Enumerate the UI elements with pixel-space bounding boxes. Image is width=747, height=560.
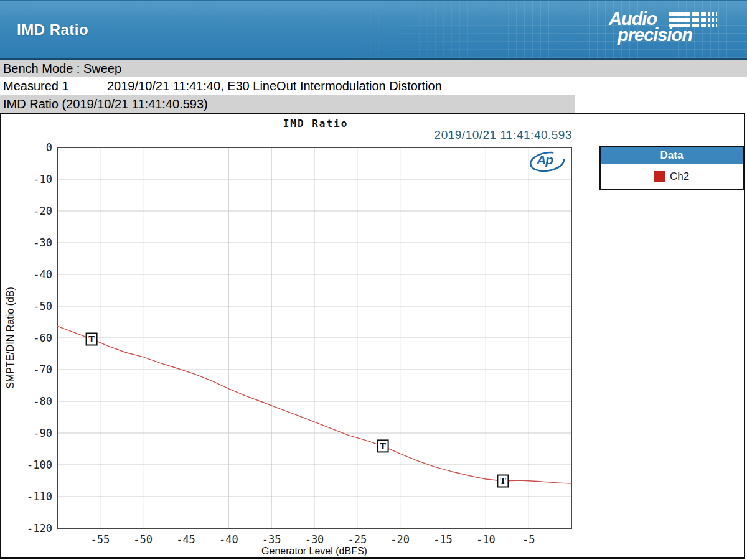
logo-bars-icon [669, 12, 718, 29]
legend-box: Data Ch2 [599, 146, 744, 190]
bench-mode-bar: Bench Mode : Sweep [0, 60, 747, 77]
y-tick-label: -90 [33, 427, 52, 439]
y-tick-label: -50 [33, 300, 52, 312]
title-banner: IMD Ratio Audio precision [0, 0, 747, 60]
ap-monogram-logo: Ap [528, 151, 566, 173]
ch2-label: Ch2 [670, 170, 689, 183]
y-tick-label: -120 [27, 522, 52, 534]
x-tick-label: -35 [262, 533, 281, 546]
x-tick-label: -25 [347, 533, 367, 546]
y-axis-title: SMPTE/DIN Ratio (dB) [5, 287, 16, 389]
y-tick-label: -70 [33, 363, 52, 376]
measured-label: Measured 1 [0, 77, 107, 95]
y-tick-label: -60 [33, 332, 52, 344]
y-tick-label: -110 [27, 490, 52, 503]
x-tick-label: -40 [219, 533, 238, 546]
chart-title: IMD Ratio [283, 118, 349, 129]
t-marker-glyph: T [88, 335, 95, 344]
t-marker-glyph: T [380, 442, 386, 451]
page-title: IMD Ratio [17, 21, 88, 39]
y-tick-label: -100 [27, 459, 52, 471]
legend-header: Data [601, 147, 743, 164]
x-tick-label: -55 [90, 533, 110, 546]
x-tick-label: -15 [433, 533, 453, 546]
x-tick-label: -45 [176, 533, 195, 546]
ap-monogram-text: Ap [537, 152, 553, 167]
y-tick-label: -40 [33, 268, 52, 281]
measured-row: Measured 1 2019/10/21 11:41:40, E30 Line… [0, 77, 747, 95]
x-tick-label: -30 [305, 533, 324, 546]
imd-ratio-chart: -55-50-45-40-35-30-25-20-15-10-50-10-20-… [0, 113, 745, 559]
x-axis-title: Generator Level (dBFS) [261, 546, 367, 556]
y-tick-label: -30 [33, 236, 52, 249]
legend-entry-ch2: Ch2 [601, 164, 743, 189]
t-marker-glyph: T [500, 477, 506, 486]
y-tick-label: -80 [33, 395, 52, 408]
x-tick-label: -20 [390, 533, 410, 546]
x-tick-label: -5 [522, 533, 535, 546]
audio-precision-logo: Audio precision [609, 7, 721, 54]
y-tick-label: 0 [46, 141, 52, 154]
y-tick-label: -20 [33, 205, 52, 217]
x-tick-label: -10 [476, 533, 496, 546]
chart-timestamp: 2019/10/21 11:41:40.593 [435, 128, 572, 142]
result-title-bar: IMD Ratio (2019/10/21 11:41:40.593) [0, 95, 575, 113]
x-tick-label: -50 [133, 533, 153, 546]
measured-value: 2019/10/21 11:41:40, E30 LineOut Intermo… [107, 77, 442, 95]
ch2-color-swatch [654, 171, 665, 182]
y-tick-label: -10 [33, 173, 52, 185]
